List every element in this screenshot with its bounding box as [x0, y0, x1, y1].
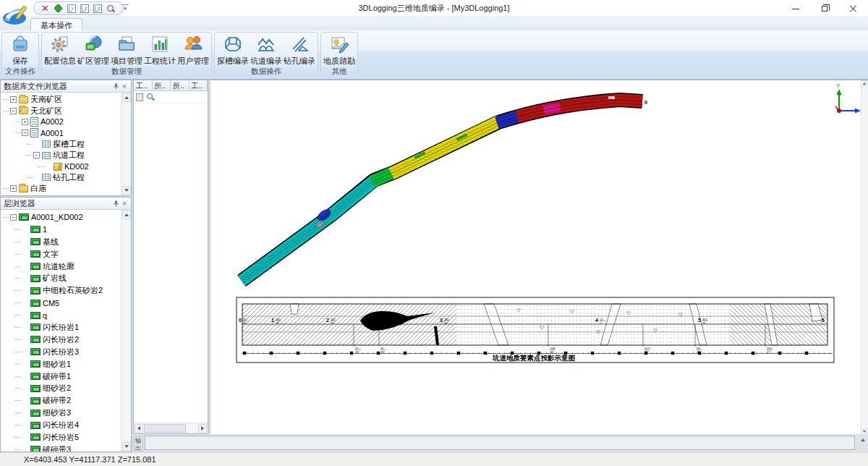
ribbon-button-survey[interactable]: 地质踏勘	[323, 33, 356, 67]
view-yz-button[interactable]: Z	[92, 3, 103, 14]
tree-node[interactable]: 细砂岩3	[1, 407, 121, 419]
grid-column-header[interactable]: 工..	[134, 80, 153, 90]
layer-tree-scrollbar[interactable]	[121, 210, 131, 452]
ribbon-button-save[interactable]: 保存	[4, 33, 37, 67]
minimize-button[interactable]	[781, 0, 810, 17]
search-icon[interactable]	[146, 93, 155, 101]
ribbon-button-drill[interactable]: 钻孔编录	[283, 33, 316, 67]
tree-node[interactable]: 闪长玢岩4	[1, 419, 121, 431]
section-station-label: 0	[239, 318, 242, 323]
clear-button[interactable]	[53, 3, 64, 14]
project-icon	[116, 34, 137, 56]
restore-button[interactable]	[810, 0, 839, 17]
ribbon-button-tunnel[interactable]: 坑道编录	[250, 33, 283, 67]
expander-icon[interactable]: +	[10, 96, 17, 103]
tree-node[interactable]: 钻孔工程	[1, 172, 121, 183]
tree-node[interactable]: +A0002	[1, 116, 121, 127]
ribbon-group-config: 配置信息矿区管理项目管理工程统计用户管理数据管理	[41, 32, 212, 75]
ribbon-button-users[interactable]: 用户管理	[176, 33, 210, 67]
tree-connector	[4, 217, 9, 218]
layer-icon	[30, 226, 41, 233]
grid-column-header[interactable]: 工..	[190, 80, 208, 90]
tree-node[interactable]: 细砂岩1	[1, 358, 121, 370]
zoom-extent-button[interactable]	[105, 3, 116, 14]
tree-node[interactable]: 闪长玢岩2	[1, 334, 121, 346]
expander-icon[interactable]: −	[10, 108, 17, 114]
axis-y-label: Y	[836, 82, 841, 89]
tree-connector	[4, 111, 9, 111]
scroll-up-icon[interactable]	[122, 211, 131, 219]
tree-node-label: A0001	[41, 129, 64, 137]
scroll-down-icon[interactable]	[122, 442, 131, 451]
expander-icon[interactable]: −	[33, 152, 40, 158]
ribbon-button-project[interactable]: 项目管理	[110, 33, 143, 67]
tree-node[interactable]: −坑道工程	[1, 150, 121, 161]
ribbon-button-config[interactable]: 配置信息	[43, 33, 77, 67]
tunnel-model[interactable]: 12 0	[242, 96, 647, 284]
close-button[interactable]	[839, 0, 868, 17]
scroll-up-icon[interactable]	[861, 80, 867, 87]
expander-icon[interactable]: −	[10, 214, 17, 221]
delete-button[interactable]: ✕	[40, 3, 51, 14]
tree-node[interactable]: q	[1, 309, 121, 321]
grid-filter-row[interactable]	[134, 91, 208, 103]
tree-node[interactable]: 细砂岩2	[1, 382, 121, 394]
magnifier-icon	[106, 4, 115, 13]
close-panel-icon[interactable]: ×	[120, 82, 129, 90]
tree-node[interactable]: KD002	[1, 161, 121, 171]
viewport-3d[interactable]: 12 0 Y X	[210, 80, 868, 434]
tree-node[interactable]: CM5	[1, 297, 121, 309]
output-tab[interactable]: 输出	[134, 436, 143, 452]
scroll-thumb[interactable]	[144, 424, 186, 433]
view-xy-button[interactable]: Y	[66, 3, 77, 14]
tree-node[interactable]: 破碎带3	[1, 444, 121, 452]
app-logo-icon[interactable]	[1, 1, 29, 28]
ribbon-group-caption: 其他	[321, 67, 357, 76]
view-xz-button[interactable]: Z	[79, 3, 90, 14]
tree-node[interactable]: 矿岩线	[1, 272, 121, 284]
tree-node[interactable]: 坑道轮廓	[1, 260, 121, 273]
scroll-down-icon[interactable]	[122, 186, 131, 195]
tree-node-label: q	[43, 311, 47, 320]
tree-node[interactable]: 闪长玢岩1	[1, 321, 121, 334]
viewport-scrollbar[interactable]	[861, 80, 868, 435]
section-caption: 坑道地质要素点投影示意图	[492, 354, 575, 362]
tree-node[interactable]: 基线	[1, 236, 121, 248]
tree-node[interactable]: +白庙	[1, 183, 121, 194]
tree-node[interactable]: 1	[1, 224, 121, 236]
layer-icon	[30, 250, 41, 258]
output-area[interactable]	[145, 436, 855, 450]
scroll-up-icon[interactable]	[122, 93, 131, 102]
ribbon-button-stats[interactable]: 工程统计	[143, 33, 176, 67]
expander-icon[interactable]: −	[22, 130, 28, 136]
tree-node[interactable]: 闪长玢岩5	[1, 431, 121, 444]
db-tree-scrollbar[interactable]	[121, 93, 131, 195]
close-panel-icon[interactable]: ×	[120, 199, 129, 208]
pin-icon[interactable]	[111, 199, 120, 208]
ribbon-button-trench[interactable]: 探槽编录	[216, 33, 250, 67]
pin-icon[interactable]	[111, 82, 120, 90]
ribbon-group-caption: 文件操作	[2, 67, 38, 76]
tree-node[interactable]: 文字	[1, 248, 121, 260]
ribbon-button-mine[interactable]: 矿区管理	[77, 33, 110, 67]
tree-node[interactable]: 破碎带1	[1, 370, 121, 383]
scroll-up-icon[interactable]	[861, 439, 865, 441]
tree-node[interactable]: 破碎带2	[1, 394, 121, 407]
tree-node[interactable]: 闪长玢岩3	[1, 346, 121, 358]
tree-node[interactable]: −天北矿区	[1, 105, 121, 116]
tree-node[interactable]: −A0001	[1, 127, 121, 138]
grid-column-header[interactable]: 所..	[171, 80, 190, 90]
qat-customize-button[interactable]: ▾	[122, 4, 129, 12]
tree-node[interactable]: +天南矿区	[1, 94, 121, 105]
tree-node[interactable]: 探槽工程	[1, 139, 121, 150]
expander-icon[interactable]: +	[22, 119, 28, 125]
scroll-left-icon[interactable]	[135, 424, 143, 433]
grid-column-header[interactable]: 所..	[153, 80, 171, 90]
tree-node[interactable]: 中细粒石英砂岩2	[1, 284, 121, 297]
tab-basic-operations[interactable]: 基本操作	[30, 18, 82, 30]
scroll-right-icon[interactable]	[198, 424, 207, 433]
tree-node[interactable]: −A0001_KD002	[1, 211, 121, 224]
expander-icon[interactable]: +	[10, 185, 17, 192]
tree-node-label: A0002	[41, 117, 64, 126]
grid-hscrollbar[interactable]	[134, 423, 208, 433]
